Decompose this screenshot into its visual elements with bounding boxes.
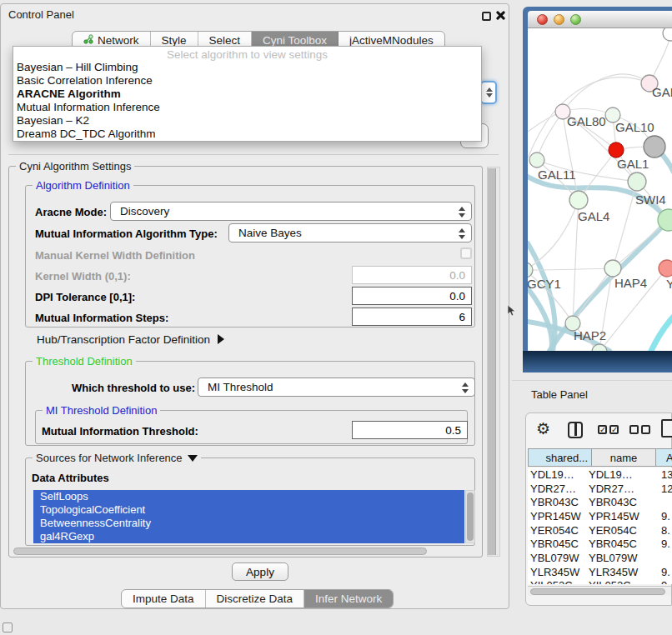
- network-node-gal11[interactable]: [529, 152, 544, 168]
- which-threshold-select[interactable]: MI Threshold: [198, 378, 475, 397]
- dpi-tolerance-input[interactable]: 0.0: [352, 287, 472, 305]
- algorithm-dropdown-popup: Select algorithm to view settings Bayesi…: [13, 46, 482, 142]
- column-header-partial[interactable]: A: [655, 448, 672, 467]
- data-attributes-list[interactable]: SelfLoopsTopologicalCoefficientBetweenne…: [33, 490, 464, 543]
- network-node-y[interactable]: [659, 260, 672, 277]
- table-row[interactable]: YDR27…YDR27…12: [528, 482, 672, 496]
- algorithm-option[interactable]: ARACNE Algorithm: [13, 88, 481, 101]
- algorithm-combobox-arrow[interactable]: [480, 81, 497, 104]
- checked-box-icon[interactable]: ✓: [609, 425, 619, 434]
- hidden-groupbox-edge: [8, 154, 499, 155]
- algorithm-option[interactable]: Dream8 DC_TDC Algorithm: [13, 128, 481, 141]
- tab-label: Network: [98, 34, 139, 47]
- spinner-arrows-icon: [459, 228, 465, 240]
- table-cell: YBR045C: [528, 538, 589, 550]
- table-row[interactable]: YBR043CYBR043C: [528, 495, 672, 509]
- tab-label: Discretize Data: [217, 592, 293, 605]
- algorithm-option[interactable]: Bayesian – K2: [13, 114, 481, 128]
- table-cell: YLR345W: [589, 566, 661, 578]
- columns-icon[interactable]: [568, 422, 583, 438]
- network-window-bottom-frame: [523, 351, 672, 372]
- table-cell: 12: [661, 482, 672, 495]
- network-canvas[interactable]: GALGAL80GAL10GAL1GAL11GAL4SWI4GCY1HAP4YH…: [528, 28, 672, 351]
- mi-threshold-definition-title: MI Threshold Definition: [43, 404, 160, 417]
- tab-infer-network[interactable]: Infer Network: [304, 590, 393, 608]
- float-window-icon[interactable]: [482, 12, 491, 21]
- minimize-traffic-light-icon[interactable]: [554, 14, 564, 25]
- network-node[interactable]: [628, 172, 646, 191]
- hub-definition-toggle[interactable]: Hub/Transcription Factor Definition: [37, 333, 224, 346]
- table-panel-title: Table Panel: [531, 388, 588, 401]
- gear-icon[interactable]: [536, 419, 550, 438]
- mi-steps-input[interactable]: 6: [352, 308, 472, 326]
- zoom-traffic-light-icon[interactable]: [570, 14, 581, 25]
- table-cell: 9.: [661, 510, 672, 522]
- network-node[interactable]: [644, 136, 665, 158]
- attribute-item[interactable]: BetweennessCentrality: [33, 517, 464, 530]
- tab-label: Cyni Toolbox: [263, 34, 327, 47]
- network-edge: [563, 74, 649, 112]
- close-traffic-light-icon[interactable]: [537, 14, 548, 25]
- network-canvas-svg: GALGAL80GAL10GAL1GAL11GAL4SWI4GCY1HAP4YH…: [528, 28, 672, 351]
- table-cell: YDR27…: [589, 482, 661, 495]
- network-node-label: SWI4: [635, 192, 666, 207]
- network-node-hap4[interactable]: [604, 260, 621, 277]
- settings-group-title: Cyni Algorithm Settings: [16, 160, 134, 172]
- network-node-gal1[interactable]: [609, 142, 624, 158]
- attribute-item[interactable]: gal4RGexp: [33, 530, 464, 543]
- algorithm-placeholder: Select algorithm to view settings: [13, 47, 481, 61]
- table-cell: 13: [661, 468, 672, 481]
- algorithm-option[interactable]: Basic Correlation Inference: [13, 74, 481, 88]
- threshold-definition-title: Threshold Definition: [33, 355, 136, 368]
- algorithm-option[interactable]: Bayesian – Hill Climbing: [13, 61, 481, 74]
- table-row[interactable]: YBR045CYBR045C9.: [528, 537, 672, 551]
- kernel-width-input[interactable]: 0.0: [352, 266, 472, 284]
- tab-discretize-data[interactable]: Discretize Data: [206, 590, 305, 608]
- table-row[interactable]: YBL079WYBL079W: [528, 551, 672, 565]
- network-node-label: Y: [666, 277, 672, 291]
- column-header-name[interactable]: name: [591, 448, 656, 467]
- kernel-width-label: Kernel Width (0,1):: [35, 270, 131, 282]
- sources-title-label: Sources for Network Inference: [36, 452, 183, 464]
- unchecked-box-icon[interactable]: [641, 425, 650, 434]
- column-header-shared-name[interactable]: shared...: [528, 448, 592, 467]
- attributes-scrollbar[interactable]: [465, 490, 475, 543]
- algorithm-option[interactable]: Mutual Information Inference: [13, 101, 481, 114]
- checked-box-icon[interactable]: ✓: [598, 425, 607, 434]
- table-row[interactable]: YIL052CYIL052C9: [528, 579, 672, 585]
- data-attributes-label: Data Attributes: [32, 472, 109, 484]
- manual-kernel-checkbox[interactable]: [460, 248, 472, 259]
- table-cell: YPR145W: [528, 510, 589, 522]
- table-row[interactable]: YLR345WYLR345W9.: [528, 565, 672, 579]
- table-row[interactable]: YDL19…YDL19…13: [528, 468, 672, 482]
- tab-label: Select: [209, 34, 241, 47]
- network-node[interactable]: [663, 28, 672, 41]
- algorithm-list: Bayesian – Hill ClimbingBasic Correlatio…: [13, 61, 481, 141]
- settings-horizontal-scrollbar[interactable]: [12, 547, 482, 557]
- mi-threshold-input[interactable]: 0.5: [352, 421, 468, 439]
- table-row[interactable]: YER054CYER054C8.: [528, 523, 672, 538]
- table-row[interactable]: YPR145WYPR145W9.: [528, 509, 672, 523]
- network-node-gal4[interactable]: [569, 191, 588, 209]
- apply-button[interactable]: Apply: [232, 562, 288, 581]
- document-icon[interactable]: [661, 419, 672, 438]
- sources-group-title[interactable]: Sources for Network Inference: [33, 452, 201, 464]
- table-body[interactable]: YDL19…YDL19…13YDR27…YDR27…12YBR043CYBR04…: [528, 468, 672, 584]
- mi-type-select[interactable]: Naive Bayes: [228, 223, 472, 242]
- aracne-mode-select[interactable]: Discovery: [110, 202, 472, 221]
- settings-vertical-scrollbar[interactable]: [487, 167, 500, 557]
- tab-impute-data[interactable]: Impute Data: [122, 590, 206, 608]
- network-node-gcy1[interactable]: [528, 262, 533, 278]
- table-horizontal-scrollbar[interactable]: [528, 586, 671, 596]
- network-node-label: GAL10: [615, 120, 654, 134]
- close-icon[interactable]: [495, 10, 506, 21]
- tab-label: Infer Network: [315, 592, 382, 605]
- attribute-item[interactable]: SelfLoops: [33, 490, 464, 503]
- unchecked-box-icon[interactable]: [629, 425, 639, 434]
- network-window-titlebar[interactable]: [528, 11, 672, 28]
- mi-steps-label: Mutual Information Steps:: [35, 312, 168, 324]
- attribute-item[interactable]: TopologicalCoefficient: [33, 503, 464, 517]
- table-cell: YPR145W: [589, 510, 661, 522]
- mi-type-value: Naive Bayes: [238, 227, 302, 239]
- minimized-panel-icon[interactable]: [3, 622, 13, 632]
